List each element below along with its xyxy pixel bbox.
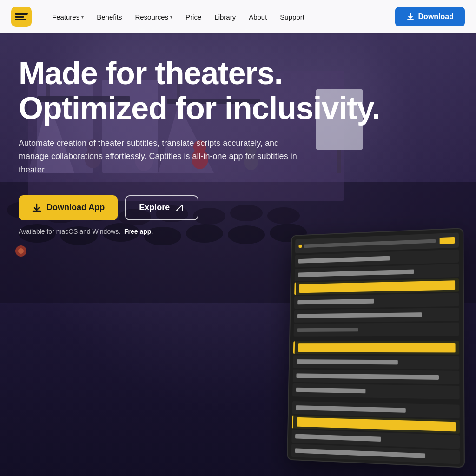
hero-title-line1: Made for theaters. — [19, 56, 457, 91]
navbar: Features ▾ Benefits Resources ▾ Price Li… — [0, 0, 476, 33]
nav-download-button[interactable]: Download — [395, 7, 465, 26]
hero-buttons: Download App Explore — [19, 195, 457, 220]
svg-rect-1 — [15, 16, 24, 18]
arrow-right-down-icon — [174, 203, 185, 213]
chevron-down-icon: ▾ — [81, 14, 84, 20]
download-app-button[interactable]: Download App — [19, 195, 118, 220]
nav-item-library[interactable]: Library — [209, 9, 241, 25]
nav-links: Features ▾ Benefits Resources ▾ Price Li… — [46, 9, 395, 25]
svg-rect-2 — [15, 19, 26, 20]
logo-icon — [11, 7, 32, 27]
svg-rect-0 — [15, 13, 28, 15]
nav-item-resources[interactable]: Resources ▾ — [129, 9, 178, 25]
logo[interactable] — [11, 7, 32, 27]
chevron-down-icon: ▾ — [170, 14, 172, 20]
nav-item-support[interactable]: Support — [274, 9, 310, 25]
hero-title-line2: Optimized for inclusivity. — [19, 91, 457, 126]
explore-button[interactable]: Explore — [125, 195, 198, 220]
nav-item-price[interactable]: Price — [180, 9, 207, 25]
download-icon — [32, 203, 42, 213]
hero-free-badge: Free app. — [124, 228, 153, 235]
nav-item-features[interactable]: Features ▾ — [46, 9, 89, 25]
nav-item-about[interactable]: About — [243, 9, 272, 25]
hero-section: Made for theaters. Optimized for inclusi… — [0, 0, 476, 476]
hero-content: Made for theaters. Optimized for inclusi… — [0, 0, 476, 476]
nav-item-benefits[interactable]: Benefits — [91, 9, 127, 25]
hero-available-text: Available for macOS and Windows. Free ap… — [19, 228, 457, 235]
download-icon — [406, 13, 415, 21]
hero-subtitle: Automate creation of theater subtitles, … — [19, 137, 307, 177]
